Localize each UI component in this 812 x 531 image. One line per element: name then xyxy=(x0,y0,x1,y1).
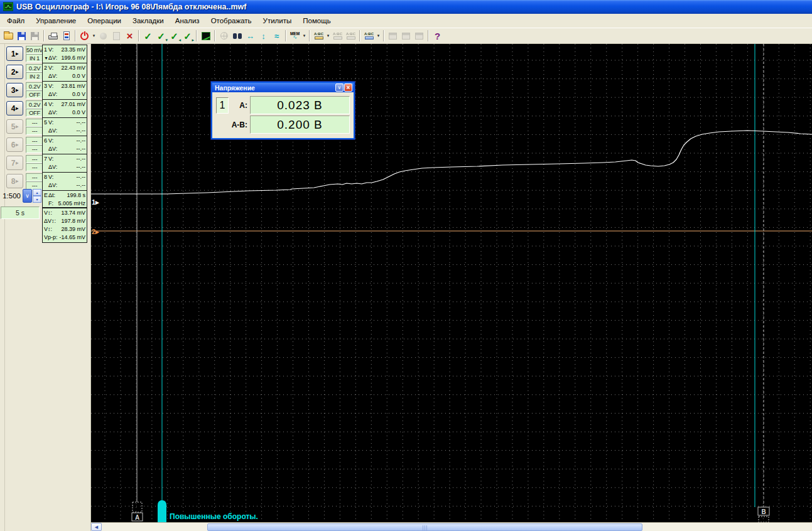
script-new-dropdown-icon[interactable]: ▾ xyxy=(325,33,331,38)
menu-file[interactable]: Файл xyxy=(1,14,30,27)
channel-5-input[interactable]: --- xyxy=(26,127,43,135)
marker-a-label: A xyxy=(135,514,139,521)
menu-bookmarks[interactable]: Закладки xyxy=(127,14,170,27)
channel-7-range[interactable]: --- xyxy=(26,155,43,163)
window-grid-icon xyxy=(399,30,413,43)
channel-row-8: 8▸ ------ xyxy=(6,172,43,190)
check-next-icon[interactable]: ✓▸ xyxy=(181,30,194,43)
channel-5-range[interactable]: --- xyxy=(26,119,43,127)
scrollbar-thumb[interactable] xyxy=(207,523,642,531)
app-icon xyxy=(3,2,13,12)
toolbar-separator xyxy=(309,30,310,41)
ch1-ground-marker[interactable]: 1▸ xyxy=(92,198,99,206)
arrow-left-icon: ◀ xyxy=(95,525,98,530)
menu-control[interactable]: Управление xyxy=(30,14,82,27)
channel-arrow-icon: ▸ xyxy=(16,69,18,75)
web-icon xyxy=(217,30,230,43)
channel-row-4: 4▸ 0.2VOFF xyxy=(6,99,43,117)
voltage-window-titlebar[interactable]: Напряжение ∨ × xyxy=(212,83,354,92)
title-bar[interactable]: USB Осциллограф - I:\ Игорь 96 08\Лямбда… xyxy=(0,0,812,14)
channel-arrow-icon: ▸ xyxy=(16,142,18,148)
menu-operations[interactable]: Операции xyxy=(82,14,127,27)
ratio-dropdown-button[interactable]: ∨ xyxy=(23,189,32,203)
marker-b-box[interactable] xyxy=(759,517,769,522)
script-new-icon[interactable]: A:BC xyxy=(312,30,325,43)
channel-4-input[interactable]: OFF xyxy=(26,109,43,117)
scroll-left-button[interactable]: ◀ xyxy=(91,523,102,531)
close-button[interactable]: × xyxy=(344,83,352,92)
marker-a-box[interactable] xyxy=(133,502,142,512)
script-table-dropdown-icon[interactable]: ▾ xyxy=(376,33,381,38)
check-prev-icon[interactable]: ✓◂ xyxy=(168,30,181,43)
menu-analysis[interactable]: Анализ xyxy=(170,14,205,27)
channel-6-range[interactable]: --- xyxy=(26,137,43,145)
check-icon[interactable]: ✓ xyxy=(141,30,154,43)
script-stop-icon: A:BC xyxy=(344,30,357,43)
channel-1-input[interactable]: IN 1 xyxy=(26,54,43,62)
record-stop-icon xyxy=(97,30,110,43)
memory-icon[interactable]: MEM∿ xyxy=(288,30,301,43)
channel-7-input[interactable]: --- xyxy=(26,163,43,171)
channel-4-button[interactable]: 4▸ xyxy=(6,101,23,115)
channel-2-range[interactable]: 0.2V xyxy=(26,64,43,72)
record-start-icon[interactable] xyxy=(78,30,91,43)
voltage-value-a: 0.023 В xyxy=(250,96,350,114)
time-window-value[interactable]: 5 s xyxy=(1,206,40,219)
channel-arrow-icon: ▸ xyxy=(16,51,18,56)
toolbar-separator xyxy=(138,30,139,41)
waveform-plot[interactable]: A Повышенные обороты. B 1▸ 2▸ xyxy=(91,44,812,522)
record-dropdown-icon[interactable]: ▾ xyxy=(91,33,97,38)
channel-6-input[interactable]: --- xyxy=(26,145,43,153)
voltage-window[interactable]: Напряжение ∨ × 1 А: 0.023 В А-В: 0.200 В xyxy=(211,82,355,139)
marker-b-label: B xyxy=(761,508,766,515)
abort-icon[interactable]: × xyxy=(123,30,136,43)
channel-1-range[interactable]: 50 mV xyxy=(26,46,43,54)
toolbar: ▾ × ✓ ✓▾ ✓◂ ✓▸ ↔ ↕ ≈ MEM∿ ▾ A:BC ▾ xyxy=(0,28,812,44)
measure-vertical-icon[interactable]: ↕ xyxy=(257,30,270,43)
channel-3-range[interactable]: 0.2V xyxy=(26,82,43,90)
save-file-icon[interactable] xyxy=(15,30,28,43)
channel-6-button[interactable]: 6▸ xyxy=(6,137,23,152)
menu-utilities[interactable]: Утилиты xyxy=(257,14,298,27)
channel-5-button[interactable]: 5▸ xyxy=(6,119,23,134)
invert-view-icon[interactable] xyxy=(199,30,212,43)
measure-channel-3: 3V:23.81 mV ΔV:0.0 V xyxy=(43,82,87,100)
spinner-up-button[interactable]: ▴ xyxy=(33,189,41,196)
channel-3-input[interactable]: OFF xyxy=(26,90,43,99)
spinner-down-button[interactable]: ▾ xyxy=(33,196,41,203)
open-file-icon[interactable] xyxy=(2,30,15,43)
collapse-button[interactable]: ∨ xyxy=(335,83,344,92)
channel-4-range[interactable]: 0.2V xyxy=(26,100,43,109)
menu-display[interactable]: Отображать xyxy=(205,14,257,27)
script-run-icon: A:BC xyxy=(331,30,344,43)
script-table-icon[interactable]: A:BC xyxy=(362,30,376,43)
voltage-window-body: 1 А: 0.023 В А-В: 0.200 В xyxy=(212,92,354,138)
channel-1-button[interactable]: 1▸ xyxy=(6,46,23,61)
measurement-panel: 1V:23.35 mV ▼ΔV:199.6 mV 2V:22.43 mV ΔV:… xyxy=(42,45,87,243)
horizontal-scrollbar[interactable]: ◀ xyxy=(91,522,812,531)
voltage-row-a: 1 А: 0.023 В xyxy=(216,95,350,115)
channel-8-range[interactable]: --- xyxy=(26,173,43,181)
memory-dropdown-icon[interactable]: ▾ xyxy=(301,33,307,38)
print-preview-icon[interactable] xyxy=(60,30,73,43)
channel-8-button[interactable]: 8▸ xyxy=(6,174,23,188)
ratio-spinner: ▴ ▾ xyxy=(33,189,41,203)
ch2-ground-marker[interactable]: 2▸ xyxy=(92,228,99,235)
measure-channel-6: 6V:--.-- ΔV:--.-- xyxy=(43,136,87,154)
measure-horizontal-icon[interactable]: ↔ xyxy=(244,30,257,43)
menu-help[interactable]: Помощь xyxy=(297,14,336,27)
interpolation-icon[interactable]: ≈ xyxy=(270,30,283,43)
channel-2-button[interactable]: 2▸ xyxy=(6,65,23,79)
channel-row-2: 2▸ 0.2VIN 2 xyxy=(6,63,43,81)
channel-3-button[interactable]: 3▸ xyxy=(6,83,23,97)
voltage-row-ab: А-В: 0.200 В xyxy=(216,115,350,134)
channel-2-input[interactable]: IN 2 xyxy=(26,72,43,80)
print-icon[interactable] xyxy=(46,30,60,43)
channel-7-button[interactable]: 7▸ xyxy=(6,156,23,170)
bookmark-annotation: Повышенные обороты. xyxy=(170,512,258,521)
bookmark-flag-icon[interactable] xyxy=(158,500,166,522)
help-icon[interactable]: ? xyxy=(431,30,444,43)
search-icon[interactable] xyxy=(230,30,244,43)
check-down-icon[interactable]: ✓▾ xyxy=(154,30,168,43)
ratio-value: 1:500 xyxy=(1,192,23,200)
